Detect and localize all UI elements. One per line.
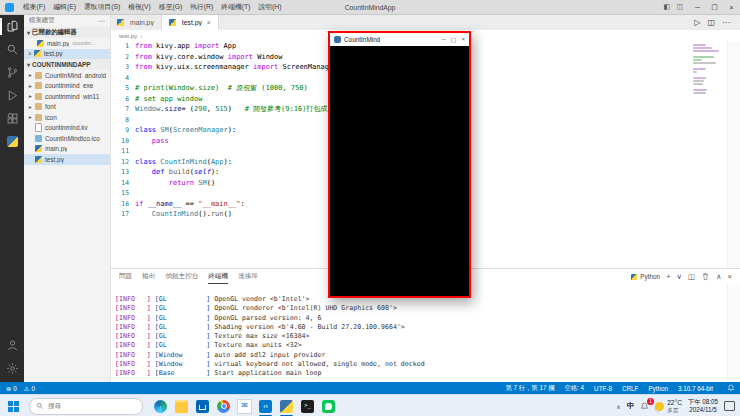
app-window-countinmind[interactable]: CountInMind ─ ▢ × <box>328 31 471 298</box>
open-editors-header[interactable]: ▾ 已開啟的編輯器 <box>24 27 110 38</box>
notification-badge: 1 <box>647 398 654 405</box>
close-button[interactable]: × <box>723 0 740 14</box>
errors-indicator[interactable]: ⊗0 <box>6 385 17 392</box>
tree-item-font[interactable]: ▸font <box>24 102 110 113</box>
panel-tab-輸出[interactable]: 輸出 <box>142 269 155 284</box>
toggle-panel-icon[interactable]: ◫ <box>676 3 683 11</box>
taskbar-app-chrome[interactable] <box>213 395 234 416</box>
account-icon[interactable] <box>0 334 24 357</box>
notifications-bell-icon[interactable] <box>722 384 740 392</box>
settings-icon[interactable] <box>0 357 24 380</box>
panel-tab-終端機[interactable]: 終端機 <box>208 269 228 284</box>
action-center-icon[interactable] <box>724 401 735 411</box>
terminal-output[interactable]: [INFO ] [GL ] OpenGL vendor <b'Intel'>[I… <box>115 284 726 380</box>
panel-tab-偵錯主控台[interactable]: 偵錯主控台 <box>165 269 198 284</box>
encoding[interactable]: UTF-8 <box>589 385 617 392</box>
terminal-line: [INFO ] [GL ] Texture max size <16384> <box>115 332 726 341</box>
python-env-icon[interactable] <box>0 130 24 153</box>
tree-item-CountInMind_android[interactable]: ▸CountInMind_android <box>24 70 110 81</box>
open-editor-test.py[interactable]: ×test.py <box>24 49 110 60</box>
menu-item-6[interactable]: 執行(R) <box>186 2 217 12</box>
tree-item-countinmind_win11[interactable]: ▸countinmind_win11 <box>24 91 110 102</box>
hidden-icons-chevron[interactable]: ∧ <box>616 403 620 410</box>
app-window-canvas[interactable] <box>330 46 469 296</box>
split-terminal-icon[interactable]: ◫ <box>688 272 695 281</box>
taskbar-app-file-explorer[interactable] <box>171 395 192 416</box>
start-button[interactable] <box>0 395 26 416</box>
toggle-sidebar-icon[interactable]: ◧ <box>664 3 671 11</box>
menu-item-4[interactable]: 檢視(V) <box>124 2 155 12</box>
panel-tab-連接埠[interactable]: 連接埠 <box>238 269 258 284</box>
line-number: 4 <box>110 73 135 84</box>
taskbar-search[interactable]: 搜尋 <box>29 398 143 415</box>
menu-item-2[interactable]: 編輯(E) <box>49 2 80 12</box>
weather-widget[interactable]: 22°C 多雲 <box>655 399 682 413</box>
warnings-indicator-value: 0 <box>31 385 35 392</box>
extensions-icon[interactable] <box>0 107 24 130</box>
line-number: 12 <box>110 157 135 168</box>
tree-item-test.py[interactable]: test.py <box>24 154 110 165</box>
log-level: [INFO ] <box>115 360 151 368</box>
more-actions-icon[interactable]: ⋯ <box>99 17 105 25</box>
minimap-line <box>693 83 703 85</box>
taskbar-app-store[interactable] <box>192 395 213 416</box>
language-mode[interactable]: Python <box>643 385 673 392</box>
tree-item-icon[interactable]: ▸icon <box>24 112 110 123</box>
taskbar-app-edge[interactable] <box>150 395 171 416</box>
new-terminal-button[interactable]: + <box>666 272 670 281</box>
menu-item-5[interactable]: 移至(G) <box>155 2 186 12</box>
ime-indicator[interactable]: 中 <box>627 401 635 411</box>
tree-item-countinmind.kv[interactable]: countinmind.kv <box>24 123 110 134</box>
taskbar-app-terminal[interactable] <box>297 395 318 416</box>
taskbar-clock[interactable]: 下午 08:05 2024/11/5 <box>688 398 718 413</box>
launch-profile-dropdown-icon[interactable]: ∨ <box>677 272 683 281</box>
minimap[interactable] <box>693 44 727 95</box>
panel-tab-問題[interactable]: 問題 <box>119 269 132 284</box>
terminal-profile[interactable]: Python <box>631 273 660 280</box>
tab-test.py[interactable]: test.py× <box>162 14 219 30</box>
kill-terminal-icon[interactable] <box>701 272 710 281</box>
app-minimize-button[interactable]: ─ <box>442 36 446 43</box>
tab-main.py[interactable]: main.py× <box>110 14 162 30</box>
taskbar-app-vscode[interactable] <box>255 395 276 416</box>
taskbar-app-mail[interactable] <box>234 395 255 416</box>
app-maximize-button[interactable]: ▢ <box>451 36 457 43</box>
run-debug-icon[interactable] <box>0 84 24 107</box>
more-actions-icon[interactable]: ⋯ <box>722 18 730 27</box>
close-panel-icon[interactable]: × <box>728 272 732 281</box>
indentation[interactable]: 空格: 4 <box>559 384 589 393</box>
project-root-header[interactable]: ▾ COUNTINMINDAPP <box>24 59 110 70</box>
close-icon[interactable]: × <box>28 50 32 57</box>
store-icon <box>196 400 209 413</box>
open-editor-main.py[interactable]: main.pycountin... <box>24 38 110 49</box>
menu-item-1[interactable]: 檔案(F) <box>19 2 49 12</box>
app-close-button[interactable]: × <box>461 36 465 43</box>
app-window-titlebar[interactable]: CountInMind ─ ▢ × <box>330 33 469 47</box>
minimize-button[interactable]: ─ <box>689 0 706 14</box>
run-python-file-button[interactable]: ▷ <box>694 18 700 27</box>
python-interpreter[interactable]: 3.10.7 64-bit <box>673 385 718 392</box>
tree-item-main.py[interactable]: main.py <box>24 144 110 155</box>
editor-scrollbar[interactable] <box>727 41 740 268</box>
maximize-panel-icon[interactable]: ∧ <box>716 272 722 281</box>
menu-item-7[interactable]: 終端機(T) <box>217 2 254 12</box>
cursor-position[interactable]: 第 7 行，第 17 欄 <box>500 384 559 393</box>
search-icon[interactable] <box>0 38 24 61</box>
eol-indicator[interactable]: CRLF <box>617 385 643 392</box>
menu-item-3[interactable]: 選取項目(S) <box>80 2 124 12</box>
file-label: test.py <box>45 156 64 163</box>
tray-time: 下午 08:05 <box>688 398 718 406</box>
tray-app-icon[interactable]: 1 <box>640 402 649 411</box>
warnings-indicator[interactable]: ⚠0 <box>24 385 35 392</box>
taskbar-app-python[interactable] <box>276 395 297 416</box>
source-control-icon[interactable] <box>0 61 24 84</box>
explorer-icon[interactable] <box>0 15 24 38</box>
tree-item-countinmind_exe[interactable]: ▸countinmind_exe <box>24 81 110 92</box>
taskbar-app-line[interactable] <box>318 395 339 416</box>
terminal-scrollbar[interactable] <box>727 284 740 382</box>
close-icon[interactable]: × <box>207 19 211 26</box>
tree-item-CountInMindIco.ico[interactable]: CountInMindIco.ico <box>24 133 110 144</box>
menu-item-8[interactable]: 說明(H) <box>254 2 285 12</box>
split-editor-icon[interactable]: ◫ <box>707 18 715 27</box>
maximize-button[interactable]: ▢ <box>706 0 723 14</box>
